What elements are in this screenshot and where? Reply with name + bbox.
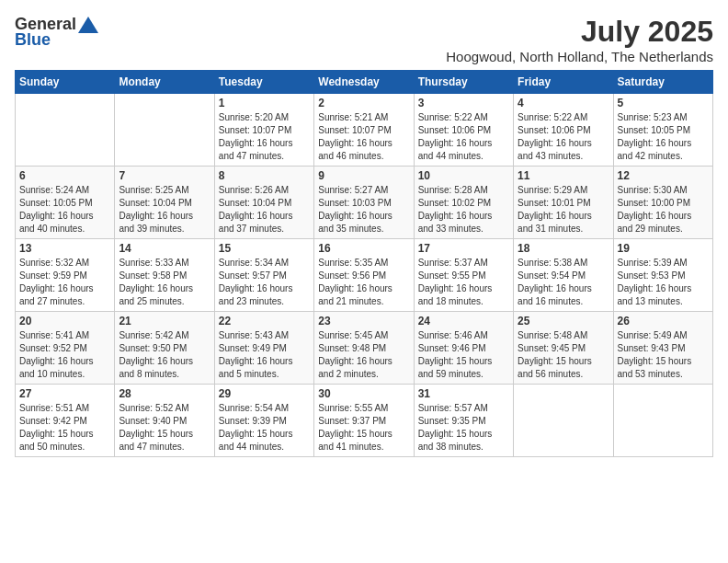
day-info: Sunrise: 5:33 AM Sunset: 9:58 PM Dayligh… — [119, 257, 210, 308]
day-info: Sunrise: 5:39 AM Sunset: 9:53 PM Dayligh… — [618, 257, 709, 308]
day-info: Sunrise: 5:25 AM Sunset: 10:04 PM Daylig… — [119, 184, 210, 236]
calendar-cell: 13Sunrise: 5:32 AM Sunset: 9:59 PM Dayli… — [16, 239, 115, 312]
day-number: 9 — [318, 169, 409, 182]
day-info: Sunrise: 5:21 AM Sunset: 10:07 PM Daylig… — [318, 111, 409, 163]
day-number: 27 — [19, 387, 110, 400]
calendar-day-header: Wednesday — [314, 71, 414, 94]
day-number: 21 — [119, 315, 210, 327]
day-number: 3 — [418, 97, 509, 109]
day-info: Sunrise: 5:35 AM Sunset: 9:56 PM Dayligh… — [318, 257, 409, 308]
day-info: Sunrise: 5:55 AM Sunset: 9:37 PM Dayligh… — [318, 402, 409, 454]
calendar-day-header: Monday — [115, 71, 214, 94]
calendar-cell: 8Sunrise: 5:26 AM Sunset: 10:04 PM Dayli… — [214, 167, 313, 239]
day-info: Sunrise: 5:49 AM Sunset: 9:43 PM Dayligh… — [618, 329, 709, 381]
day-number: 6 — [19, 169, 110, 182]
day-number: 26 — [618, 315, 709, 327]
day-number: 31 — [418, 387, 509, 400]
month-year-title: July 2025 — [446, 15, 713, 49]
location-subtitle: Hoogwoud, North Holland, The Netherlands — [446, 49, 713, 64]
logo: General Blue — [15, 15, 98, 50]
day-info: Sunrise: 5:28 AM Sunset: 10:02 PM Daylig… — [418, 184, 509, 236]
day-info: Sunrise: 5:20 AM Sunset: 10:07 PM Daylig… — [219, 111, 310, 163]
day-info: Sunrise: 5:30 AM Sunset: 10:00 PM Daylig… — [618, 184, 709, 236]
calendar-cell: 26Sunrise: 5:49 AM Sunset: 9:43 PM Dayli… — [613, 312, 712, 385]
day-number: 10 — [418, 169, 509, 182]
calendar-day-header: Sunday — [16, 71, 115, 94]
day-number: 23 — [318, 315, 409, 327]
day-number: 19 — [618, 242, 709, 255]
day-number: 5 — [618, 97, 709, 109]
day-info: Sunrise: 5:23 AM Sunset: 10:05 PM Daylig… — [618, 111, 709, 163]
day-info: Sunrise: 5:29 AM Sunset: 10:01 PM Daylig… — [518, 184, 609, 236]
day-number: 4 — [518, 97, 609, 109]
calendar-day-header: Friday — [514, 71, 613, 94]
title-area: July 2025 Hoogwoud, North Holland, The N… — [446, 15, 713, 64]
day-info: Sunrise: 5:42 AM Sunset: 9:50 PM Dayligh… — [119, 329, 210, 381]
day-info: Sunrise: 5:54 AM Sunset: 9:39 PM Dayligh… — [219, 402, 310, 454]
calendar-cell: 5Sunrise: 5:23 AM Sunset: 10:05 PM Dayli… — [613, 94, 712, 167]
day-number: 11 — [518, 169, 609, 182]
day-number: 16 — [318, 242, 409, 255]
day-number: 24 — [418, 315, 509, 327]
day-info: Sunrise: 5:24 AM Sunset: 10:05 PM Daylig… — [19, 184, 110, 236]
calendar-cell: 21Sunrise: 5:42 AM Sunset: 9:50 PM Dayli… — [115, 312, 214, 385]
calendar-cell: 10Sunrise: 5:28 AM Sunset: 10:02 PM Dayl… — [414, 167, 513, 239]
day-number: 8 — [219, 169, 310, 182]
day-info: Sunrise: 5:43 AM Sunset: 9:49 PM Dayligh… — [219, 329, 310, 381]
day-number: 22 — [219, 315, 310, 327]
calendar-cell: 22Sunrise: 5:43 AM Sunset: 9:49 PM Dayli… — [214, 312, 313, 385]
calendar-cell: 28Sunrise: 5:52 AM Sunset: 9:40 PM Dayli… — [115, 385, 214, 457]
calendar-cell: 12Sunrise: 5:30 AM Sunset: 10:00 PM Dayl… — [613, 167, 712, 239]
day-number: 18 — [518, 242, 609, 255]
calendar-cell: 20Sunrise: 5:41 AM Sunset: 9:52 PM Dayli… — [16, 312, 115, 385]
calendar-cell — [16, 94, 115, 167]
calendar-cell — [613, 385, 712, 457]
calendar-cell: 27Sunrise: 5:51 AM Sunset: 9:42 PM Dayli… — [16, 385, 115, 457]
calendar-cell: 14Sunrise: 5:33 AM Sunset: 9:58 PM Dayli… — [115, 239, 214, 312]
day-info: Sunrise: 5:38 AM Sunset: 9:54 PM Dayligh… — [518, 257, 609, 308]
day-info: Sunrise: 5:37 AM Sunset: 9:55 PM Dayligh… — [418, 257, 509, 308]
calendar-cell: 19Sunrise: 5:39 AM Sunset: 9:53 PM Dayli… — [613, 239, 712, 312]
calendar-week-row: 6Sunrise: 5:24 AM Sunset: 10:05 PM Dayli… — [16, 167, 713, 239]
day-info: Sunrise: 5:57 AM Sunset: 9:35 PM Dayligh… — [418, 402, 509, 454]
day-number: 15 — [219, 242, 310, 255]
day-info: Sunrise: 5:48 AM Sunset: 9:45 PM Dayligh… — [518, 329, 609, 381]
day-number: 28 — [119, 387, 210, 400]
day-number: 29 — [219, 387, 310, 400]
day-info: Sunrise: 5:26 AM Sunset: 10:04 PM Daylig… — [219, 184, 310, 236]
day-info: Sunrise: 5:22 AM Sunset: 10:06 PM Daylig… — [418, 111, 509, 163]
day-number: 14 — [119, 242, 210, 255]
day-info: Sunrise: 5:45 AM Sunset: 9:48 PM Dayligh… — [318, 329, 409, 381]
day-info: Sunrise: 5:52 AM Sunset: 9:40 PM Dayligh… — [119, 402, 210, 454]
calendar-day-header: Thursday — [414, 71, 513, 94]
day-number: 2 — [318, 97, 409, 109]
calendar-cell: 24Sunrise: 5:46 AM Sunset: 9:46 PM Dayli… — [414, 312, 513, 385]
day-number: 17 — [418, 242, 509, 255]
calendar-cell: 1Sunrise: 5:20 AM Sunset: 10:07 PM Dayli… — [214, 94, 313, 167]
day-number: 30 — [318, 387, 409, 400]
day-info: Sunrise: 5:27 AM Sunset: 10:03 PM Daylig… — [318, 184, 409, 236]
calendar-cell: 6Sunrise: 5:24 AM Sunset: 10:05 PM Dayli… — [16, 167, 115, 239]
day-info: Sunrise: 5:46 AM Sunset: 9:46 PM Dayligh… — [418, 329, 509, 381]
calendar-cell — [115, 94, 214, 167]
calendar-cell: 17Sunrise: 5:37 AM Sunset: 9:55 PM Dayli… — [414, 239, 513, 312]
calendar-day-header: Tuesday — [214, 71, 313, 94]
calendar-cell: 11Sunrise: 5:29 AM Sunset: 10:01 PM Dayl… — [514, 167, 613, 239]
calendar-cell: 18Sunrise: 5:38 AM Sunset: 9:54 PM Dayli… — [514, 239, 613, 312]
calendar-cell — [514, 385, 613, 457]
day-number: 20 — [19, 315, 110, 327]
calendar-day-header: Saturday — [613, 71, 712, 94]
calendar-week-row: 13Sunrise: 5:32 AM Sunset: 9:59 PM Dayli… — [16, 239, 713, 312]
calendar-week-row: 20Sunrise: 5:41 AM Sunset: 9:52 PM Dayli… — [16, 312, 713, 385]
day-number: 7 — [119, 169, 210, 182]
day-number: 12 — [618, 169, 709, 182]
calendar-cell: 30Sunrise: 5:55 AM Sunset: 9:37 PM Dayli… — [314, 385, 414, 457]
svg-marker-0 — [78, 17, 98, 33]
calendar-header-row: SundayMondayTuesdayWednesdayThursdayFrid… — [16, 71, 713, 94]
calendar-table: SundayMondayTuesdayWednesdayThursdayFrid… — [15, 70, 713, 457]
calendar-week-row: 27Sunrise: 5:51 AM Sunset: 9:42 PM Dayli… — [16, 385, 713, 457]
logo-triangle-icon — [78, 17, 98, 33]
day-info: Sunrise: 5:22 AM Sunset: 10:06 PM Daylig… — [518, 111, 609, 163]
calendar-cell: 15Sunrise: 5:34 AM Sunset: 9:57 PM Dayli… — [214, 239, 313, 312]
day-info: Sunrise: 5:51 AM Sunset: 9:42 PM Dayligh… — [19, 402, 110, 454]
